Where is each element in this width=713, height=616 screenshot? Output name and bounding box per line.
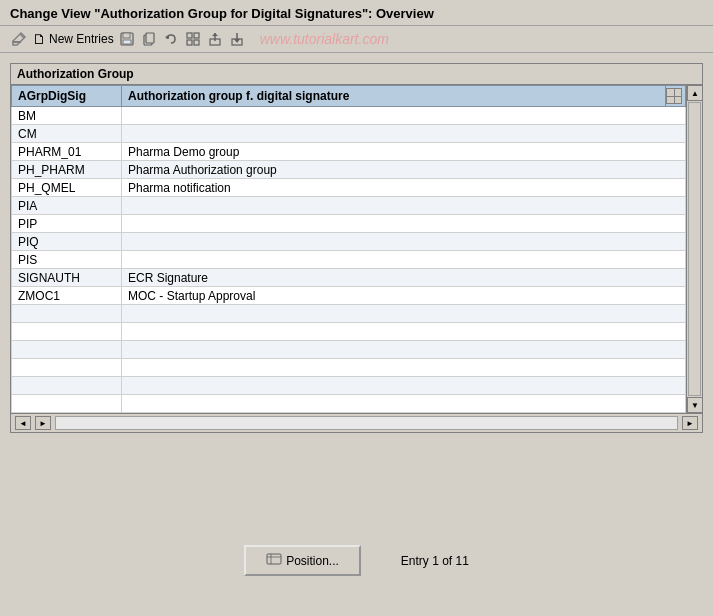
table-body: BMCMPHARM_01Pharma Demo groupPH_PHARMPha…	[12, 107, 686, 413]
main-content: Authorization Group AGrpDigSig Authoriza…	[0, 53, 713, 443]
new-entries-button[interactable]: 🗋 New Entries	[32, 31, 114, 47]
cell-description	[122, 107, 686, 125]
svg-rect-11	[187, 40, 192, 45]
cell-code: PIS	[12, 251, 122, 269]
cell-description	[122, 395, 686, 413]
cell-code: PIP	[12, 215, 122, 233]
download-icon[interactable]	[228, 30, 246, 48]
save-icon[interactable]	[118, 30, 136, 48]
column-settings-icon[interactable]	[666, 88, 682, 104]
cell-code: PH_QMEL	[12, 179, 122, 197]
cell-description	[122, 233, 686, 251]
edit-icon[interactable]	[10, 30, 28, 48]
cell-description	[122, 197, 686, 215]
position-label: Position...	[286, 554, 339, 568]
scroll-right-btn[interactable]: ►	[35, 416, 51, 430]
undo-icon[interactable]	[162, 30, 180, 48]
table-wrapper: AGrpDigSig Authorization group f. digita…	[11, 85, 702, 413]
scroll-left-btn[interactable]: ◄	[15, 416, 31, 430]
position-button[interactable]: Position...	[244, 545, 361, 576]
cell-description: Pharma notification	[122, 179, 686, 197]
table-header-row: AGrpDigSig Authorization group f. digita…	[12, 86, 686, 107]
table-row[interactable]: ZMOC1MOC - Startup Approval	[12, 287, 686, 305]
svg-marker-1	[13, 33, 25, 45]
cell-code	[12, 341, 122, 359]
cell-code: ZMOC1	[12, 287, 122, 305]
table-row[interactable]	[12, 395, 686, 413]
table-row[interactable]	[12, 377, 686, 395]
svg-rect-4	[123, 33, 130, 38]
upload-icon[interactable]	[206, 30, 224, 48]
col-header-description: Authorization group f. digital signature	[122, 86, 666, 107]
cell-code: BM	[12, 107, 122, 125]
watermark-text: www.tutorialkart.com	[260, 31, 389, 47]
cell-code	[12, 305, 122, 323]
cell-code: PIA	[12, 197, 122, 215]
cell-code: CM	[12, 125, 122, 143]
table-row[interactable]	[12, 305, 686, 323]
cell-description: Pharma Authorization group	[122, 161, 686, 179]
cell-code	[12, 359, 122, 377]
table-row[interactable]: PHARM_01Pharma Demo group	[12, 143, 686, 161]
new-entries-label: New Entries	[49, 32, 114, 46]
cell-code	[12, 377, 122, 395]
vertical-scrollbar[interactable]: ▲ ▼	[686, 85, 702, 413]
table-row[interactable]: PIQ	[12, 233, 686, 251]
table-container: Authorization Group AGrpDigSig Authoriza…	[10, 63, 703, 433]
table-row[interactable]: PH_PHARMPharma Authorization group	[12, 161, 686, 179]
title-bar: Change View "Authorization Group for Dig…	[0, 0, 713, 26]
table-row[interactable]: CM	[12, 125, 686, 143]
svg-rect-19	[267, 554, 281, 564]
col-header-code: AGrpDigSig	[12, 86, 122, 107]
entry-info: Entry 1 of 11	[401, 554, 469, 568]
cell-code	[12, 395, 122, 413]
col-header-grid[interactable]	[666, 86, 686, 107]
section-header: Authorization Group	[11, 64, 702, 85]
data-table: AGrpDigSig Authorization group f. digita…	[11, 85, 686, 413]
hscroll-track	[55, 416, 678, 430]
table-row[interactable]	[12, 341, 686, 359]
svg-rect-5	[123, 40, 131, 44]
svg-marker-15	[212, 33, 218, 36]
cell-code: PIQ	[12, 233, 122, 251]
scroll-down-btn[interactable]: ▼	[687, 397, 703, 413]
cell-code	[12, 323, 122, 341]
cell-description	[122, 305, 686, 323]
table-row[interactable]: BM	[12, 107, 686, 125]
cell-description	[122, 323, 686, 341]
cell-description	[122, 251, 686, 269]
scroll-track	[688, 102, 701, 396]
horizontal-scrollbar-area: ◄ ► ►	[11, 413, 702, 432]
cell-code: PH_PHARM	[12, 161, 122, 179]
svg-rect-12	[194, 40, 199, 45]
table-row[interactable]: PIA	[12, 197, 686, 215]
new-entries-icon: 🗋	[32, 31, 46, 47]
page-title: Change View "Authorization Group for Dig…	[10, 6, 703, 21]
cell-description: Pharma Demo group	[122, 143, 686, 161]
cell-description	[122, 359, 686, 377]
svg-marker-18	[234, 39, 240, 43]
hscroll-right-btn[interactable]: ►	[682, 416, 698, 430]
cell-description: ECR Signature	[122, 269, 686, 287]
svg-rect-10	[194, 33, 199, 38]
svg-rect-9	[187, 33, 192, 38]
position-icon	[266, 551, 282, 570]
table-row[interactable]: SIGNAUTHECR Signature	[12, 269, 686, 287]
cell-description	[122, 377, 686, 395]
scroll-up-btn[interactable]: ▲	[687, 85, 703, 101]
table-row[interactable]: PH_QMELPharma notification	[12, 179, 686, 197]
toolbar: 🗋 New Entries	[0, 26, 713, 53]
table-row[interactable]: PIP	[12, 215, 686, 233]
cell-code: PHARM_01	[12, 143, 122, 161]
table-row[interactable]	[12, 323, 686, 341]
table-row[interactable]	[12, 359, 686, 377]
copy-icon[interactable]	[140, 30, 158, 48]
table-row[interactable]: PIS	[12, 251, 686, 269]
cell-description	[122, 125, 686, 143]
table-scroll-area: AGrpDigSig Authorization group f. digita…	[11, 85, 686, 413]
cell-description	[122, 215, 686, 233]
cell-description: MOC - Startup Approval	[122, 287, 686, 305]
cell-code: SIGNAUTH	[12, 269, 122, 287]
move-icon[interactable]	[184, 30, 202, 48]
bottom-bar: Position... Entry 1 of 11	[0, 535, 713, 586]
